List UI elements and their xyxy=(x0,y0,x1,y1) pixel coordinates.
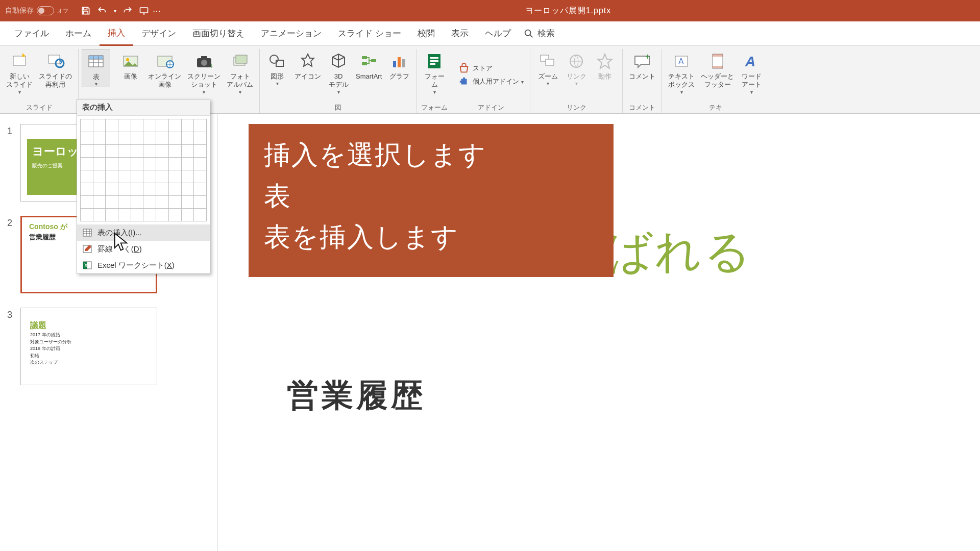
excel-icon: X xyxy=(82,260,92,270)
table-button[interactable]: 表 ▾ xyxy=(82,49,110,87)
tab-animations[interactable]: アニメーション xyxy=(253,21,330,46)
slide-subtitle: 営業履歴 xyxy=(287,374,426,417)
svg-rect-26 xyxy=(430,57,438,59)
undo-button[interactable] xyxy=(94,3,110,19)
insert-table-menuitem[interactable]: 表の挿入(I)... xyxy=(77,224,210,241)
svg-rect-22 xyxy=(393,61,396,67)
svg-rect-2 xyxy=(13,56,26,65)
action-button[interactable]: 動作 xyxy=(591,49,619,81)
wordart-icon: A xyxy=(741,51,762,71)
store-button[interactable]: ストア xyxy=(455,62,496,75)
svg-rect-27 xyxy=(430,60,438,62)
shapes-icon xyxy=(267,51,287,71)
undo-dropdown[interactable]: ▾ xyxy=(110,3,119,19)
smartart-button[interactable]: SmartArt xyxy=(353,49,385,81)
redo-button[interactable] xyxy=(119,3,136,19)
online-pictures-button[interactable]: オンライン 画像 xyxy=(145,49,184,89)
ribbon-group-slides: 新しい スライド ▾ スライドの 再利用 スライド xyxy=(0,49,79,113)
link-button[interactable]: リンク▾ xyxy=(562,49,591,86)
my-addins-button[interactable]: 個人用アドイン▾ xyxy=(455,75,527,88)
search-icon xyxy=(523,28,534,39)
tab-review[interactable]: 校閲 xyxy=(409,21,443,46)
tab-slideshow[interactable]: スライド ショー xyxy=(330,21,409,46)
shapes-button[interactable]: 図形▾ xyxy=(263,49,291,86)
tab-insert[interactable]: 挿入 xyxy=(100,21,133,46)
link-icon xyxy=(566,51,586,71)
picture-icon xyxy=(120,51,141,71)
header-footer-icon xyxy=(707,51,728,71)
ribbon-group-links: ズーム▾ リンク▾ 動作 リンク xyxy=(530,49,623,113)
new-slide-button[interactable]: 新しい スライド ▾ xyxy=(3,49,36,95)
svg-rect-21 xyxy=(371,59,376,62)
autosave-control[interactable]: 自動保存 オフ xyxy=(5,6,68,15)
reuse-slides-icon xyxy=(45,51,66,71)
svg-rect-39 xyxy=(83,229,91,236)
draw-table-menuitem[interactable]: 罫線 く(D) xyxy=(77,241,210,257)
forms-icon xyxy=(424,51,445,71)
ribbon-group-illustrations: 図形▾ アイコン 3D モデル▾ SmartArt グラフ 図 xyxy=(260,49,417,113)
svg-rect-30 xyxy=(546,59,554,65)
tab-transitions[interactable]: 画面切り替え xyxy=(184,21,253,46)
action-icon xyxy=(595,51,615,71)
online-picture-icon xyxy=(155,51,175,71)
table-size-grid[interactable] xyxy=(77,116,210,224)
textbox-icon: A xyxy=(671,51,692,71)
textbox-button[interactable]: Aテキスト ボックス▾ xyxy=(665,49,698,95)
slide-thumb: 議題 2017 年の総括 対象ユーザーの分析 2018 年の計画 初給 次のステ… xyxy=(20,308,157,385)
ribbon-group-comments: +コメント コメント xyxy=(623,49,662,113)
svg-point-8 xyxy=(126,58,129,61)
ribbon-tabs: ファイル ホーム 挿入 デザイン 画面切り替え アニメーション スライド ショー… xyxy=(0,21,980,46)
save-button[interactable] xyxy=(78,3,94,19)
svg-rect-13 xyxy=(201,56,207,59)
photo-album-button[interactable]: フォト アルバム ▾ xyxy=(224,49,256,95)
tell-me-search[interactable]: 検索 xyxy=(523,28,555,39)
reuse-slides-button[interactable]: スライドの 再利用 xyxy=(36,49,75,89)
3d-models-button[interactable]: 3D モデル▾ xyxy=(324,49,353,95)
pencil-icon xyxy=(82,244,92,254)
dropdown-title: 表の挿入 xyxy=(77,99,210,116)
tab-help[interactable]: ヘルプ xyxy=(477,21,519,46)
svg-rect-0 xyxy=(140,8,148,13)
pictures-button[interactable]: 画像 xyxy=(116,49,145,81)
table-icon xyxy=(86,52,106,72)
svg-rect-6 xyxy=(89,56,103,59)
present-from-start-button[interactable] xyxy=(136,3,152,19)
camera-icon: + xyxy=(194,51,214,71)
table-small-icon xyxy=(82,228,92,238)
svg-rect-19 xyxy=(362,56,367,59)
svg-point-17 xyxy=(270,55,278,63)
qat-customize[interactable]: ⋯ xyxy=(152,3,161,19)
comment-button[interactable]: +コメント xyxy=(626,49,658,81)
zoom-icon xyxy=(537,51,558,71)
thumbnail-3[interactable]: 3 議題 2017 年の総括 対象ユーザーの分析 2018 年の計画 初給 次の… xyxy=(0,304,217,395)
autosave-label: 自動保存 xyxy=(5,6,34,15)
screenshot-button[interactable]: + スクリーン ショット ▾ xyxy=(184,49,224,95)
comment-icon: + xyxy=(632,51,652,71)
svg-rect-37 xyxy=(713,66,723,68)
excel-spreadsheet-menuitem[interactable]: X Excel ワークシート(X) xyxy=(77,257,210,273)
svg-rect-28 xyxy=(430,63,435,65)
svg-rect-24 xyxy=(402,59,405,67)
tab-home[interactable]: ホーム xyxy=(57,21,100,46)
title-bar: 自動保存 オフ ▾ ⋯ ヨーロッパ展開1.pptx xyxy=(0,0,980,21)
ribbon-group-text: Aテキスト ボックス▾ ヘッダーと フッター Aワード アート▾ テキ xyxy=(662,49,769,113)
slide-canvas[interactable]: ばれる 営業履歴 挿入を選択します 表 表を挿入します xyxy=(218,114,980,551)
photo-album-icon xyxy=(230,51,250,71)
forms-button[interactable]: フォー ム▾ xyxy=(420,49,449,95)
wordart-button[interactable]: Aワード アート▾ xyxy=(737,49,766,95)
ribbon-group-forms: フォー ム▾ フォーム xyxy=(417,49,452,113)
tab-design[interactable]: デザイン xyxy=(133,21,184,46)
icons-button[interactable]: アイコン xyxy=(291,49,324,81)
svg-text:A: A xyxy=(745,54,755,69)
zoom-button[interactable]: ズーム▾ xyxy=(533,49,562,86)
chart-button[interactable]: グラフ xyxy=(385,49,413,81)
addin-icon xyxy=(458,76,470,87)
table-dropdown: 表の挿入 表の挿入(I)... 罫線 く(D) X Excel ワークシート(X… xyxy=(77,99,210,274)
tab-view[interactable]: 表示 xyxy=(443,21,477,46)
header-footer-button[interactable]: ヘッダーと フッター xyxy=(698,49,737,89)
instruction-callout: 挿入を選択します 表 表を挿入します xyxy=(249,124,614,277)
svg-text:+: + xyxy=(645,52,650,61)
tab-file[interactable]: ファイル xyxy=(6,21,57,46)
svg-point-12 xyxy=(201,60,207,66)
chart-icon xyxy=(389,51,409,71)
